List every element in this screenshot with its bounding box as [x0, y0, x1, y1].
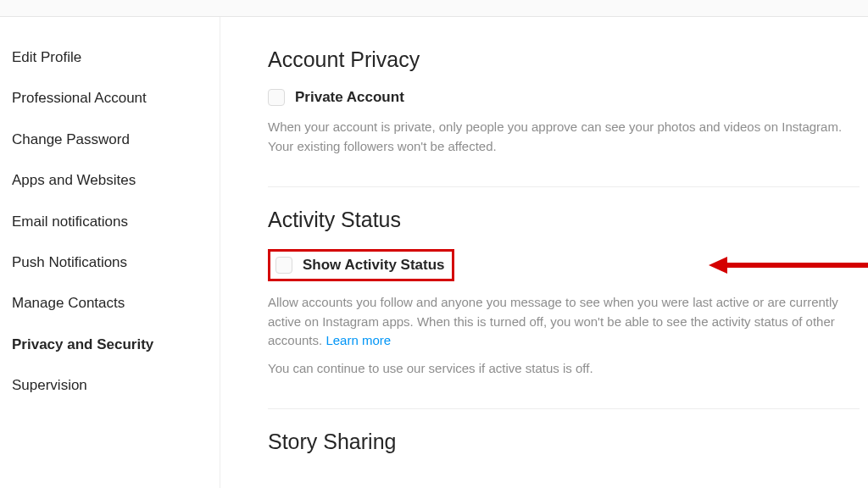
learn-more-link[interactable]: Learn more — [326, 333, 391, 347]
show-activity-status-checkbox[interactable] — [275, 257, 292, 274]
sidebar-item-change-password[interactable]: Change Password — [12, 119, 220, 160]
sidebar-item-supervision[interactable]: Supervision — [12, 365, 220, 406]
settings-main: Account Privacy Private Account When you… — [220, 17, 868, 488]
arrow-left-icon — [709, 257, 727, 274]
sidebar-item-professional-account[interactable]: Professional Account — [12, 78, 220, 119]
section-account-privacy: Account Privacy Private Account When you… — [268, 47, 860, 187]
annotation-highlight-box: Show Activity Status — [268, 249, 454, 281]
sidebar-item-manage-contacts[interactable]: Manage Contacts — [12, 283, 220, 324]
top-bar — [0, 0, 868, 17]
private-account-row: Private Account — [268, 89, 860, 106]
sidebar-item-apps-websites[interactable]: Apps and Websites — [12, 160, 220, 201]
section-title-account-privacy: Account Privacy — [268, 47, 860, 72]
private-account-label: Private Account — [295, 89, 404, 106]
show-activity-status-label: Show Activity Status — [303, 257, 445, 274]
section-title-story-sharing: Story Sharing — [268, 430, 860, 454]
sidebar-item-privacy-security[interactable]: Privacy and Security — [12, 324, 220, 365]
sidebar-item-edit-profile[interactable]: Edit Profile — [12, 37, 220, 78]
settings-sidebar: Edit Profile Professional Account Change… — [0, 17, 220, 488]
activity-status-description: Allow accounts you follow and anyone you… — [268, 293, 860, 351]
show-activity-status-row: Show Activity Status — [268, 249, 860, 281]
section-story-sharing: Story Sharing — [268, 430, 860, 488]
arrow-line — [727, 263, 868, 268]
sidebar-item-email-notifications[interactable]: Email notifications — [12, 202, 220, 242]
annotation-arrow — [709, 257, 868, 274]
private-account-checkbox[interactable] — [268, 89, 285, 106]
settings-container: Edit Profile Professional Account Change… — [0, 17, 868, 488]
section-title-activity-status: Activity Status — [268, 208, 860, 232]
sidebar-item-push-notifications[interactable]: Push Notifications — [12, 242, 220, 283]
private-account-description: When your account is private, only peopl… — [268, 118, 860, 156]
activity-status-description-2: You can continue to use our services if … — [268, 359, 860, 379]
section-activity-status: Activity Status Show Activity Status All… — [268, 208, 860, 409]
